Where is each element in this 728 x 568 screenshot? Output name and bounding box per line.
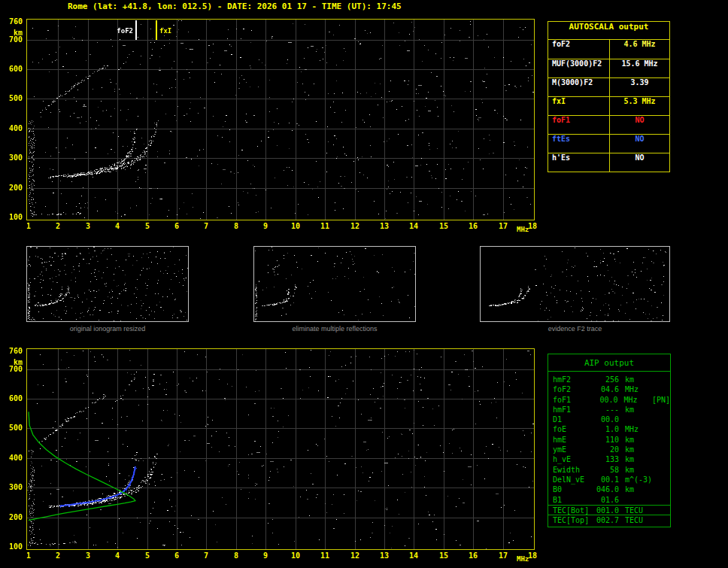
autoscala-output-table: AUTOSCALA output foF24.6 MHzMUF(3000)F21…	[548, 21, 670, 172]
x-axis-tick: 10	[284, 222, 307, 230]
autoscala-row-ftEs: ftEsNO	[548, 134, 669, 153]
y-axis-tick: 300	[3, 153, 23, 162]
aip-table-rows: hmF2256kmfoF204.6MHzfoF100.0MHz[PN]hmF1-…	[548, 375, 670, 524]
parameter-unit	[625, 415, 652, 424]
x-axis-tick: 15	[432, 551, 455, 560]
parameter-name: h_vE	[553, 454, 595, 464]
x-axis-tick: 17	[492, 222, 514, 230]
x-axis-tick: 8	[225, 551, 247, 560]
x-axis-tick: 6	[165, 551, 188, 560]
autoscala-window: Rome (lat: +41.8, lon: 012.5) - DATE: 20…	[0, 0, 728, 568]
parameter-unit: km	[625, 435, 652, 445]
x-axis-tick: 3	[77, 222, 99, 230]
y-axis-tick: 500	[3, 424, 23, 432]
parameter-value: 04.6	[595, 384, 619, 394]
parameter-flag: [PN]	[652, 395, 670, 405]
parameter-name: B1	[553, 495, 595, 505]
x-axis-tick: 7	[195, 222, 217, 230]
x-axis-tick: 14	[402, 222, 425, 230]
x-axis-tick: 11	[314, 551, 336, 560]
parameter-name: TEC[Top]	[553, 515, 595, 524]
station-title: Rome (lat: +41.8, lon: 012.5) - DATE: 20…	[68, 2, 402, 11]
x-axis-tick: 12	[344, 222, 366, 230]
parameter-name: foE	[553, 424, 595, 434]
aip-row-hmE: hmE110km	[548, 435, 670, 445]
parameter-name: M(3000)F2	[548, 78, 610, 96]
parameter-value: 002.7	[595, 515, 619, 524]
parameter-value: 4.6 MHz	[610, 40, 669, 59]
parameter-value: NO	[610, 116, 669, 134]
x-axis-tick: 11	[314, 222, 336, 230]
parameter-value: 1.0	[595, 424, 619, 434]
parameter-name: fxI	[548, 97, 610, 115]
thumb_original-canvas	[27, 247, 188, 321]
parameter-name: MUF(3000)F2	[548, 59, 610, 77]
x-axis-tick: 12	[344, 551, 366, 560]
x-axis-tick: 8	[225, 222, 247, 230]
parameter-name: Ewidth	[553, 465, 595, 475]
parameter-unit: km	[625, 454, 652, 464]
x-axis-tick: 16	[462, 551, 484, 560]
aip-row-hmF2: hmF2256km	[548, 375, 670, 384]
parameter-name: TEC[Bot]	[553, 506, 595, 515]
aip-row-B0: B0046.0km	[548, 484, 670, 494]
x-axis-tick: 16	[462, 222, 484, 230]
parameter-value: 00.0	[594, 395, 617, 405]
autoscala-row-foF2: foF24.6 MHz	[548, 40, 669, 59]
autoscala-table-header: AUTOSCALA output	[548, 22, 669, 40]
autoscala-row-fxI: fxI5.3 MHz	[548, 96, 669, 115]
y-axis-tick: 100	[3, 542, 23, 551]
parameter-value: 133	[595, 454, 619, 464]
aip-row-D1: D100.0	[548, 415, 670, 424]
parameter-value: 00.1	[595, 475, 619, 484]
parameter-name: DelN_vE	[553, 475, 595, 484]
autoscala-table-rows: foF24.6 MHzMUF(3000)F215.6 MHzM(3000)F23…	[548, 40, 669, 172]
aip-row-B1: B101.6	[548, 495, 670, 505]
thumbnail-caption-original: original ionogram resized	[26, 325, 189, 333]
y-axis-tick: 400	[3, 454, 23, 462]
parameter-unit: m^(-3)	[625, 475, 652, 484]
x-axis-tick: 6	[165, 222, 188, 230]
parameter-unit: TECU	[625, 506, 652, 515]
x-axis-tick: 9	[254, 222, 277, 230]
x-axis-tick: 7	[195, 551, 217, 560]
aip-row-TEC[Top]: TEC[Top]002.7TECU	[548, 515, 670, 524]
parameter-value: 20	[595, 445, 619, 454]
parameter-value: NO	[610, 153, 669, 172]
parameter-name: foF2	[553, 384, 595, 394]
parameter-value: 001.0	[595, 506, 619, 515]
aip-row-foF2: foF204.6MHz	[548, 384, 670, 394]
parameter-name: foF1	[553, 395, 594, 405]
aip-row-DelN_vE: DelN_vE00.1m^(-3)	[548, 475, 670, 484]
y-axis-unit-label: km	[3, 358, 23, 366]
aip-row-TEC[Bot]: TEC[Bot]001.0TECU	[548, 505, 670, 515]
parameter-value: NO	[610, 135, 669, 153]
parameter-value: ---	[595, 405, 619, 415]
parameter-unit: km	[625, 405, 652, 415]
thumbnail-caption-multiples: eliminate multiple reflections	[253, 325, 416, 333]
parameter-name: D1	[553, 415, 595, 424]
y-axis-tick: 200	[3, 513, 23, 521]
parameter-name: h'Es	[548, 153, 610, 172]
parameter-unit: MHz	[625, 424, 652, 434]
thumbnail-eliminate-multiples	[253, 246, 416, 322]
thumb_no_multiples-canvas	[254, 247, 415, 321]
parameter-name: B0	[553, 484, 595, 494]
ionogram_with_profile-canvas	[27, 349, 534, 549]
autoscala-row-foF1: foF1NO	[548, 115, 669, 134]
thumbnail-caption-f2-trace: evidence F2 trace	[480, 325, 670, 333]
x-axis-tick: 17	[492, 551, 514, 560]
parameter-value: 00.0	[595, 415, 619, 424]
x-axis-tick: 14	[402, 551, 425, 560]
parameter-unit: MHz	[625, 384, 652, 394]
parameter-name: ftEs	[548, 135, 610, 153]
ionogram-canvas	[27, 20, 534, 220]
parameter-name: hmF2	[553, 375, 595, 384]
parameter-unit: km	[625, 375, 652, 384]
parameter-value: 256	[595, 375, 619, 384]
parameter-name: hmE	[553, 435, 595, 445]
x-axis-tick: 1	[17, 551, 40, 560]
x-axis-tick: 2	[47, 222, 69, 230]
parameter-value: 5.3 MHz	[610, 97, 669, 115]
autoscala-row-M(3000)F2: M(3000)F23.39	[548, 77, 669, 96]
